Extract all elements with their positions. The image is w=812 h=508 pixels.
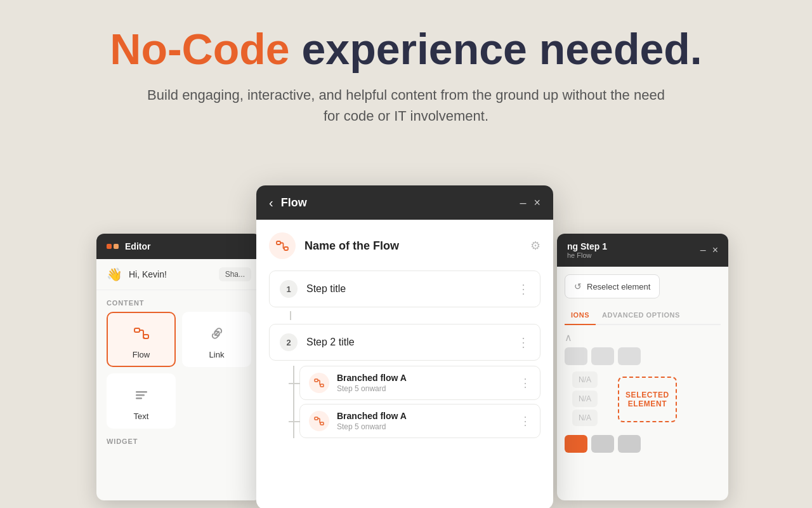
hero-section: No-Code experience needed. Build engagin… bbox=[0, 0, 812, 126]
svg-rect-7 bbox=[315, 379, 318, 382]
hero-title: No-Code experience needed. bbox=[0, 25, 812, 73]
panel-collapse-icon[interactable]: ∧ bbox=[565, 331, 572, 344]
branch-1-more-button[interactable]: ⋮ bbox=[520, 376, 531, 390]
reselect-label: Reselect element bbox=[587, 282, 650, 291]
svg-rect-9 bbox=[315, 417, 318, 420]
close-button[interactable]: × bbox=[534, 196, 540, 210]
right-close-button[interactable]: × bbox=[712, 244, 718, 256]
swatch-accent[interactable] bbox=[565, 435, 587, 453]
panel-tabs: IONS ADVANCED OPTIONS bbox=[565, 306, 721, 325]
tab-options[interactable]: IONS bbox=[565, 306, 596, 325]
hero-title-plain: experience needed. bbox=[302, 25, 702, 73]
editor-title: Editor bbox=[125, 241, 150, 251]
svg-rect-3 bbox=[136, 394, 145, 396]
flow-modal-controls: – × bbox=[520, 196, 540, 210]
branch-1-info: Branched flow A Step 5 onward bbox=[337, 373, 512, 393]
swatch-1[interactable] bbox=[565, 347, 587, 365]
branch-1-sub: Step 5 onward bbox=[337, 384, 512, 393]
text-label: Text bbox=[134, 411, 149, 421]
step-1-title: Step title bbox=[306, 283, 508, 295]
reselect-button[interactable]: ↺ Reselect element bbox=[565, 274, 660, 298]
swatch-dark-1[interactable] bbox=[591, 435, 614, 453]
logo-dot-2 bbox=[114, 244, 119, 249]
hero-subtitle: Build engaging, interactive, and helpful… bbox=[146, 84, 666, 126]
swatch-dark-2[interactable] bbox=[618, 435, 641, 453]
minimize-button[interactable]: – bbox=[520, 196, 526, 210]
branch-1-card[interactable]: Branched flow A Step 5 onward ⋮ bbox=[299, 366, 540, 400]
greeting-text: Hi, Kevin! bbox=[129, 269, 167, 279]
step-2-number: 2 bbox=[280, 333, 298, 351]
right-panel-subtitle: he Flow bbox=[567, 251, 695, 259]
right-panel: ng Step 1 he Flow – × ↺ Reselect element… bbox=[557, 234, 728, 500]
right-topbar: ng Step 1 he Flow – × bbox=[557, 234, 728, 267]
reselect-icon: ↺ bbox=[574, 281, 582, 291]
wave-icon: 👋 bbox=[107, 267, 122, 282]
svg-rect-0 bbox=[134, 328, 140, 332]
branch-2-sub: Step 5 onward bbox=[337, 422, 512, 431]
logo-dot-1 bbox=[107, 244, 112, 249]
flow-modal-header: ‹ Flow – × bbox=[256, 185, 553, 220]
text-icon bbox=[130, 384, 153, 406]
branch-container: Branched flow A Step 5 onward ⋮ Branched… bbox=[287, 366, 540, 438]
step-1-card[interactable]: 1 Step title ⋮ bbox=[269, 271, 540, 307]
flow-modal-title: Flow bbox=[281, 196, 513, 210]
branch-line bbox=[293, 366, 294, 438]
svg-rect-2 bbox=[136, 391, 147, 393]
step-2-more-button[interactable]: ⋮ bbox=[517, 336, 530, 349]
swatch-row-top bbox=[557, 347, 728, 371]
flow-modal-body: Name of the Flow ⚙ 1 Step title ⋮ 2 Step… bbox=[256, 220, 553, 508]
gear-icon[interactable]: ⚙ bbox=[530, 239, 540, 253]
swatch-3[interactable] bbox=[618, 347, 641, 365]
selected-element-label: SELECTEDELEMENT bbox=[625, 391, 669, 408]
widget-section-label: WIDGET bbox=[96, 429, 261, 450]
hero-title-accent: No-Code bbox=[110, 25, 289, 73]
tab-advanced[interactable]: ADVANCED OPTIONS bbox=[596, 306, 686, 325]
link-label: Link bbox=[209, 350, 225, 359]
editor-window: Editor 👋 Hi, Kevin! Sha... CONTENT Flow bbox=[96, 234, 261, 500]
layout-row: N/A N/A N/A SELECTEDELEMENT bbox=[557, 371, 728, 427]
flow-icon bbox=[130, 322, 153, 345]
editor-topbar: Editor bbox=[96, 234, 261, 259]
swatch-row-bottom bbox=[557, 431, 728, 455]
step-2-card[interactable]: 2 Step 2 title ⋮ bbox=[269, 324, 540, 361]
nvalue-1: N/A bbox=[572, 371, 598, 388]
flow-label: Flow bbox=[133, 350, 150, 359]
share-button[interactable]: Sha... bbox=[219, 267, 251, 281]
flow-card[interactable]: Flow bbox=[107, 312, 176, 367]
branch-1-icon bbox=[309, 373, 329, 393]
text-card[interactable]: Text bbox=[107, 373, 176, 429]
swatch-2[interactable] bbox=[591, 347, 614, 365]
nvalue-group: N/A N/A N/A bbox=[565, 371, 605, 426]
content-section-label: CONTENT bbox=[96, 290, 261, 312]
branch-2-more-button[interactable]: ⋮ bbox=[520, 414, 531, 428]
step-connector-1 bbox=[290, 311, 291, 320]
selected-element-box: SELECTEDELEMENT bbox=[618, 377, 677, 422]
svg-rect-5 bbox=[277, 241, 280, 244]
right-panel-controls: – × bbox=[700, 244, 718, 256]
flow-name-icon bbox=[269, 232, 296, 259]
svg-rect-10 bbox=[320, 422, 324, 425]
right-minimize-button[interactable]: – bbox=[700, 244, 706, 256]
editor-logo bbox=[107, 244, 119, 249]
step-2-title: Step 2 title bbox=[306, 337, 508, 348]
svg-rect-6 bbox=[284, 247, 288, 250]
editor-greeting-row: 👋 Hi, Kevin! Sha... bbox=[96, 259, 261, 290]
branch-2-icon bbox=[309, 411, 329, 431]
nvalue-2: N/A bbox=[572, 391, 598, 407]
step-1-number: 1 bbox=[280, 280, 298, 298]
right-panel-title: ng Step 1 bbox=[567, 241, 695, 251]
svg-rect-8 bbox=[320, 384, 324, 387]
flow-name-text: Name of the Flow bbox=[304, 239, 521, 253]
back-button[interactable]: ‹ bbox=[269, 196, 273, 209]
step-1-more-button[interactable]: ⋮ bbox=[517, 283, 530, 295]
link-icon bbox=[206, 322, 228, 345]
link-card[interactable]: Link bbox=[182, 312, 251, 367]
branch-2-card[interactable]: Branched flow A Step 5 onward ⋮ bbox=[299, 404, 540, 438]
content-grid: Flow Link Text bbox=[96, 312, 261, 429]
flow-name-row: Name of the Flow ⚙ bbox=[269, 232, 540, 271]
svg-rect-4 bbox=[136, 398, 142, 399]
panel-section-header: ∧ bbox=[557, 325, 728, 347]
right-topbar-titles: ng Step 1 he Flow bbox=[567, 241, 695, 259]
branch-1-name: Branched flow A bbox=[337, 373, 512, 383]
nvalue-3: N/A bbox=[572, 410, 598, 426]
